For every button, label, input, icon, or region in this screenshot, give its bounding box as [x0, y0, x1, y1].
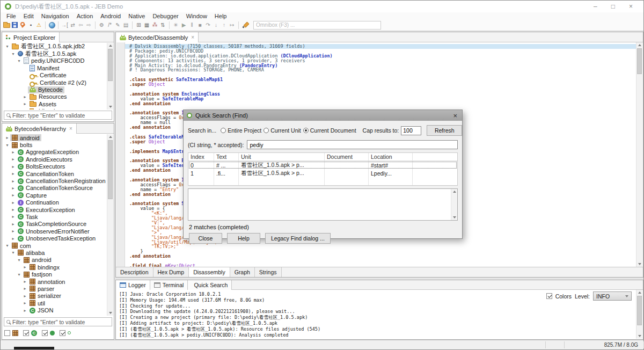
- tree-item-content[interactable]: alibaba: [16, 249, 46, 256]
- tree-item[interactable]: ▾bolts: [3, 141, 107, 148]
- cap-results-input[interactable]: [401, 126, 421, 135]
- toggle-checkbox[interactable]: [60, 330, 65, 336]
- tree-item[interactable]: ▸UnobservedErrorNotifier: [3, 228, 107, 235]
- radio-button[interactable]: [303, 128, 309, 133]
- expander-icon[interactable]: ▸: [10, 236, 16, 241]
- tree-item-content[interactable]: fastjson: [22, 271, 54, 278]
- hierarchy-filter-input[interactable]: [12, 319, 109, 325]
- expander-icon[interactable]: ▸: [22, 109, 28, 110]
- toggle-checkbox[interactable]: [42, 330, 48, 336]
- toggle-checkbox[interactable]: [23, 330, 29, 336]
- expander-icon[interactable]: ▸: [10, 214, 16, 219]
- close-button[interactable]: Close: [189, 233, 222, 244]
- save-icon[interactable]: [11, 20, 19, 30]
- tree-item[interactable]: ▸Continuation: [3, 199, 107, 206]
- tree-item[interactable]: ▸TaskCompletionSource: [3, 221, 107, 228]
- tree-item-content[interactable]: CancellationToken: [16, 170, 76, 177]
- expander-icon[interactable]: ▸: [10, 207, 16, 212]
- tree-item-content[interactable]: AggregateException: [16, 149, 80, 156]
- result-row[interactable]: 0# ...看雪社区_1.0.5.apk > p...#start#: [188, 161, 457, 169]
- tree-item[interactable]: ▸AggregateException: [3, 149, 107, 156]
- tree-item-content[interactable]: android: [10, 134, 41, 141]
- forward-icon[interactable]: ⇨: [85, 20, 93, 30]
- expander-icon[interactable]: ▾: [4, 143, 10, 148]
- search-query-input[interactable]: [247, 140, 458, 149]
- radio-entire-project[interactable]: Entire Project: [221, 127, 261, 134]
- results-table[interactable]: IndexTextUnitDocumentLocation0# ...看雪社区_…: [188, 152, 458, 186]
- warning-icon[interactable]: ⚠: [35, 20, 43, 30]
- tree-item[interactable]: ▸AndroidExecutors: [3, 156, 107, 163]
- column-header[interactable]: Location: [369, 153, 413, 161]
- expander-icon[interactable]: ▾: [10, 250, 16, 255]
- tree-item-content[interactable]: Manifest: [28, 64, 61, 71]
- minimize-button[interactable]: –: [594, 3, 597, 10]
- tree-item-content[interactable]: UnobservedTaskException: [16, 235, 97, 242]
- menu-debugger[interactable]: Debugger: [149, 13, 182, 19]
- tree-item[interactable]: Certificate #2 (v2): [3, 79, 107, 86]
- menu-action[interactable]: Action: [73, 13, 97, 19]
- detach-icon[interactable]: ↦: [228, 20, 236, 30]
- highlighter-icon[interactable]: [241, 20, 249, 30]
- column-header[interactable]: Document: [325, 153, 369, 161]
- level-select[interactable]: INFO: [593, 291, 632, 301]
- tab-bytecode-hierarchy[interactable]: Bytecode/Hierarchy ×: [2, 123, 77, 134]
- result-row[interactable]: 1.fi...看雪社区_1.0.5.apk > p...Lpediy...: [188, 169, 457, 177]
- toggle-checkbox[interactable]: [4, 330, 10, 336]
- dialog-title-bar[interactable]: Quick Search (Find) ×: [184, 110, 462, 121]
- tree-item[interactable]: ▸CancellationTokenSource: [3, 185, 107, 192]
- expander-icon[interactable]: ▸: [10, 179, 16, 184]
- tree-item[interactable]: ▾android: [3, 257, 107, 264]
- tree-item[interactable]: Manifest: [3, 64, 107, 71]
- legacy-find-dialog-button[interactable]: Legacy Find dialog ...: [265, 233, 331, 244]
- tree-item[interactable]: ▾fastjson: [3, 271, 107, 278]
- tree-item[interactable]: ▸bindingx: [3, 264, 107, 271]
- tree-item-content[interactable]: bindingx: [28, 264, 61, 271]
- radio-current-unit[interactable]: Current Unit: [264, 127, 301, 134]
- grid-icon[interactable]: ⊞: [135, 20, 143, 30]
- step-into-icon[interactable]: ↓: [212, 20, 220, 30]
- tree-item-content[interactable]: parser: [28, 285, 56, 292]
- tree-item-content[interactable]: UnobservedErrorNotifier: [16, 228, 91, 235]
- expander-icon[interactable]: ▸: [10, 193, 16, 198]
- tab-logger[interactable]: Logger: [116, 280, 150, 290]
- column-header[interactable]: Index: [188, 153, 214, 161]
- eraser-icon[interactable]: ▪: [27, 20, 35, 30]
- tree-item-content[interactable]: 看雪社区_1.0.5.apk: [16, 50, 78, 57]
- tree-item-content[interactable]: com: [10, 242, 33, 249]
- expander-icon[interactable]: ▸: [10, 229, 16, 234]
- tree-item[interactable]: ▸Task: [3, 213, 107, 220]
- bottom-tab-graph[interactable]: Graph: [230, 267, 255, 277]
- expander-icon[interactable]: ▸: [22, 101, 28, 106]
- graph-nodes-icon[interactable]: ⁂: [151, 20, 159, 30]
- expander-icon[interactable]: ▾: [16, 258, 22, 262]
- stop-icon[interactable]: ■: [196, 20, 204, 30]
- back-icon[interactable]: ⇦: [77, 20, 85, 30]
- editor-scrollbar[interactable]: [636, 42, 642, 267]
- column-header[interactable]: Unit: [239, 153, 325, 161]
- tree-item-content[interactable]: android: [22, 257, 53, 264]
- tree-item[interactable]: ▸util: [3, 300, 107, 307]
- tree-item-content[interactable]: Capture: [16, 192, 48, 199]
- grid-gear-icon[interactable]: ▦: [143, 20, 151, 30]
- tree-item[interactable]: ▸UnobservedTaskException: [3, 235, 107, 242]
- tree-item-content[interactable]: annotation: [28, 278, 67, 285]
- expander-icon[interactable]: ▸: [22, 279, 28, 284]
- menu-native[interactable]: Native: [125, 13, 149, 19]
- radio-button[interactable]: [221, 128, 226, 133]
- close-button[interactable]: ×: [629, 3, 633, 10]
- comment-icon[interactable]: /*: [106, 20, 114, 30]
- preview-scrollbar[interactable]: [451, 189, 457, 220]
- tree-item[interactable]: ▸Resources: [3, 93, 107, 100]
- tree-item[interactable]: ▸Assets: [3, 100, 107, 107]
- omnibox-input[interactable]: [253, 21, 381, 30]
- expander-icon[interactable]: ▾: [4, 44, 10, 49]
- expander-icon[interactable]: ▾: [16, 272, 22, 277]
- tree-item-content[interactable]: util: [28, 300, 47, 307]
- expander-icon[interactable]: ▸: [10, 164, 16, 169]
- tree-item[interactable]: ▸CancellationToken: [3, 170, 107, 177]
- tree-item[interactable]: ▾alibaba: [3, 249, 107, 256]
- pause-icon[interactable]: ‖: [188, 20, 196, 30]
- expander-icon[interactable]: ▸: [10, 186, 16, 191]
- menu-help[interactable]: Help: [211, 13, 231, 19]
- step-out-icon[interactable]: ↑: [220, 20, 228, 30]
